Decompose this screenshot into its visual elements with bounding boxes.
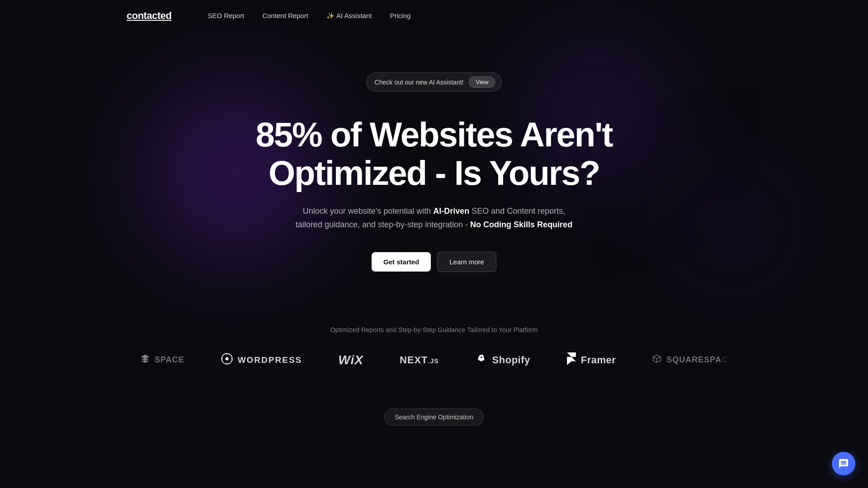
announcement-banner: Check out our new AI Assistant! View (366, 72, 502, 92)
nav-item-content-report[interactable]: Content Report (262, 12, 308, 20)
squarespace-partial-icon (140, 354, 150, 366)
subtitle-part1: Unlock your website's potential with (303, 206, 434, 216)
logo-nextjs: NEXT.JS (400, 354, 439, 366)
squarespace-right-icon (652, 354, 662, 366)
nav-links: SEO Report Content Report ✨AI Assistant … (208, 12, 410, 20)
wordpress-icon (221, 352, 233, 368)
logo[interactable]: contacted (127, 10, 171, 22)
platform-section: Optimized Reports and Step-by-Step Guida… (0, 299, 868, 386)
logo-squarespace-right: SQUARESPAC (652, 354, 728, 366)
shopify-label: Shopify (492, 354, 530, 366)
seo-badge: Search Engine Optimization (384, 408, 484, 426)
wix-label: WiX (338, 353, 363, 367)
logo-squarespace-partial: SPACE (140, 354, 184, 366)
logo-shopify: Shopify (475, 352, 530, 368)
shopify-icon (475, 352, 488, 368)
seo-badge-section: Search Engine Optimization (0, 386, 868, 439)
nav-item-ai-assistant[interactable]: ✨AI Assistant (326, 12, 372, 20)
platform-logos-inner: SPACE WORDPRESS WiX NEXT.JS (122, 352, 746, 368)
seo-badge-label: Search Engine Optimization (395, 413, 473, 421)
hero-subtitle: Unlock your website's potential with AI-… (294, 205, 574, 231)
nav-item-pricing[interactable]: Pricing (390, 12, 410, 20)
platform-logos: SPACE WORDPRESS WiX NEXT.JS (0, 352, 868, 368)
framer-icon (566, 352, 576, 368)
announcement-text: Check out our new AI Assistant! (375, 79, 464, 86)
wordpress-label: WORDPRESS (238, 355, 302, 365)
get-started-button[interactable]: Get started (372, 252, 431, 272)
hero-section: Check out our new AI Assistant! View 85%… (0, 32, 868, 299)
chat-icon (838, 458, 849, 469)
squarespace-right-text: SQUARESPAC (666, 355, 728, 365)
framer-label: Framer (581, 354, 616, 366)
subtitle-ai-highlight: AI-Driven (433, 206, 469, 216)
platform-label: Optimized Reports and Step-by-Step Guida… (330, 326, 538, 333)
logo-framer: Framer (566, 352, 616, 368)
announcement-view-button[interactable]: View (469, 76, 495, 88)
logo-wix: WiX (338, 353, 363, 367)
platform-logos-wrapper: SPACE WORDPRESS WiX NEXT.JS (0, 352, 868, 368)
navbar: contacted SEO Report Content Report ✨AI … (0, 0, 868, 32)
learn-more-button[interactable]: Learn more (437, 252, 496, 272)
svg-point-1 (225, 357, 228, 360)
ai-icon: ✨ (326, 12, 334, 19)
hero-buttons: Get started Learn more (372, 252, 496, 272)
squarespace-partial-text: SPACE (155, 355, 184, 365)
hero-title: 85% of Websites Aren't Optimized - Is Yo… (231, 115, 637, 192)
chat-bubble-button[interactable] (832, 452, 855, 475)
nav-item-seo-report[interactable]: SEO Report (208, 12, 244, 20)
logo-wordpress: WORDPRESS (221, 352, 302, 368)
subtitle-no-code-highlight: No Coding Skills Required (470, 220, 572, 229)
nextjs-label: NEXT.JS (400, 354, 439, 366)
